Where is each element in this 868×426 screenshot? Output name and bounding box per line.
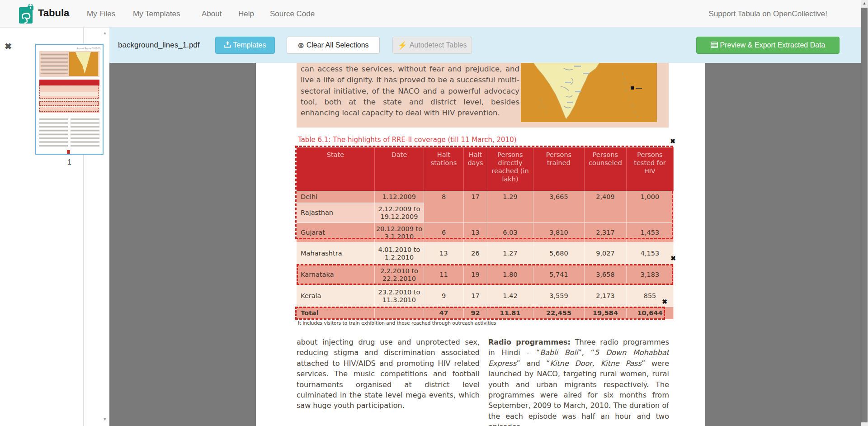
- clear-circle-x-icon: ⊗: [297, 42, 304, 49]
- template-upload-icon: [224, 41, 231, 49]
- table-cell: 1.42: [487, 285, 533, 307]
- export-label: Preview & Export Extracted Data: [720, 41, 826, 49]
- brand-title: Tabula: [38, 7, 69, 19]
- thumbnail-right-column: [71, 118, 99, 148]
- table-cell: 13: [424, 242, 464, 264]
- navbar: Tabula My Files My Templates About Help …: [0, 0, 868, 28]
- clear-label: Clear All Selections: [307, 41, 369, 49]
- selection-box-3[interactable]: [295, 307, 665, 320]
- body-text-left-column: about injecting drug use and unprotected…: [297, 337, 480, 426]
- table-cell: 3,559: [533, 285, 585, 307]
- tabula-logo-icon: [19, 4, 34, 26]
- pdf-intro-paragraph: can access the services, without fear an…: [301, 64, 519, 118]
- india-map-image: [521, 63, 657, 122]
- templates-label: Templates: [233, 41, 266, 49]
- selection-box-2[interactable]: [297, 264, 673, 285]
- table-caption: Table 6.1: The highlights of RRE-II cove…: [298, 136, 517, 144]
- table-grid-icon: [711, 42, 718, 49]
- nav-source-code[interactable]: Source Code: [270, 9, 315, 19]
- thumbnail-logo-mark: [67, 150, 70, 154]
- remove-selection-3-icon[interactable]: ✖: [660, 298, 669, 306]
- page-thumbnail-sidebar: ✖ ▲ ▼ Annual Report 2009-10 1: [0, 28, 109, 426]
- autodetect-tables-button[interactable]: ⚡ Autodetect Tables: [392, 37, 472, 54]
- nav-help[interactable]: Help: [238, 9, 254, 19]
- radio-programmes-lead: Radio programmes:: [488, 338, 571, 346]
- nav-my-files[interactable]: My Files: [87, 9, 115, 19]
- table-cell: 17: [464, 285, 487, 307]
- table-cell: 9: [424, 285, 464, 307]
- thumbnail-map: [69, 52, 98, 76]
- remove-selection-2-icon[interactable]: ✖: [669, 254, 677, 262]
- document-filename: background_lines_1.pdf: [118, 41, 200, 50]
- templates-button[interactable]: Templates: [215, 37, 275, 54]
- table-cell: 1.27: [487, 242, 533, 264]
- table-cell: 23.2.2010 to 11.3.2010: [375, 285, 424, 307]
- thumbnail-left-column: [39, 118, 68, 148]
- toolbar: background_lines_1.pdf Templates ⊗ Clear…: [109, 28, 861, 63]
- table-footnote: It includes visitors to train exhibition…: [298, 320, 496, 326]
- table-cell: 26: [464, 242, 487, 264]
- thumbnail-caption: Annual Report 2009-10: [77, 47, 100, 50]
- thumbnail-intro-block: [39, 51, 99, 77]
- selection-box-1[interactable]: [295, 146, 673, 239]
- body-text-right-column: Radio programmes: Three radio programmes…: [488, 337, 669, 426]
- support-link[interactable]: Support Tabula on OpenCollective!: [709, 9, 827, 19]
- remove-page-icon[interactable]: ✖: [5, 42, 12, 51]
- lightning-icon: ⚡: [397, 42, 407, 49]
- page-number: 1: [35, 158, 104, 166]
- remove-selection-1-icon[interactable]: ✖: [669, 137, 677, 145]
- table-cell: 4,153: [627, 242, 674, 264]
- table-cell: 4.01.2010 to 1.2.2010: [375, 242, 424, 264]
- nav-my-templates[interactable]: My Templates: [133, 9, 180, 19]
- table-cell: 2,173: [585, 285, 627, 307]
- table-cell: Maharashtra: [297, 242, 375, 264]
- sidebar-scroll-up-icon[interactable]: ▲: [100, 31, 109, 35]
- page-thumbnail[interactable]: Annual Report 2009-10: [35, 44, 104, 155]
- scrollbar-up-icon[interactable]: ▲: [861, 1, 868, 5]
- thumbnail-table: [39, 80, 99, 113]
- table-cell: 5,680: [533, 242, 585, 264]
- sidebar-scroll-down-icon[interactable]: ▼: [100, 417, 109, 421]
- preview-export-button[interactable]: Preview & Export Extracted Data: [696, 37, 840, 54]
- app-root: Tabula My Files My Templates About Help …: [0, 0, 868, 426]
- autodetect-label: Autodetect Tables: [410, 41, 467, 49]
- scrollbar-thumb[interactable]: [861, 8, 868, 422]
- table-cell: Kerala: [297, 285, 375, 307]
- table-cell: 9,027: [585, 242, 627, 264]
- clear-all-selections-button[interactable]: ⊗ Clear All Selections: [287, 37, 380, 54]
- map-legend-swatch: [631, 86, 634, 90]
- nav-about[interactable]: About: [202, 9, 222, 19]
- browser-scrollbar[interactable]: ▲: [861, 0, 868, 426]
